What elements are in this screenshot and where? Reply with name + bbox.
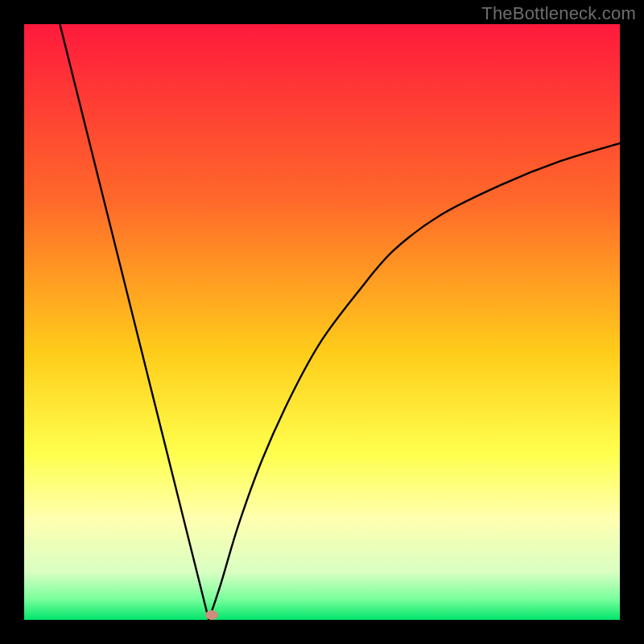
chart-frame: TheBottleneck.com <box>0 0 644 644</box>
watermark-text: TheBottleneck.com <box>481 3 636 24</box>
optimal-point-marker <box>205 610 218 620</box>
bottleneck-curve <box>24 24 620 620</box>
plot-area <box>24 24 620 620</box>
